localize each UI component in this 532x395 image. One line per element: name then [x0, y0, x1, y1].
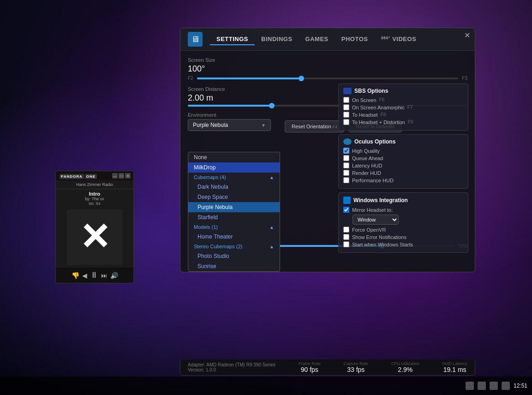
adapter-info: Adapter: AMD Radeon (TM) R9 390 Series V… — [188, 362, 275, 372]
hmd-value: 19.1 ms — [442, 366, 467, 373]
volume-btn[interactable]: 🔊 — [110, 272, 118, 279]
start-with-windows-checkbox[interactable] — [343, 241, 349, 247]
dd-purple-nebula[interactable]: Purple Nebula — [188, 202, 280, 212]
panel-body: Screen Size 100° F2 F3 Screen Distance 2… — [180, 51, 475, 272]
capture-rate-stat: Capture Rate 33 fps — [343, 361, 368, 373]
mirror-select[interactable]: Window — [353, 215, 399, 225]
frame-rate-stat: Frame Rate 90 fps — [299, 361, 321, 373]
sbs-anamorphic-checkbox[interactable] — [343, 104, 349, 110]
force-openvr: Force OpenVR — [343, 227, 463, 233]
pandora-track-title: Intro — [59, 191, 131, 197]
pandora-playback-controls: 👎 ◀ ⏸ ⏭ 🔊 — [56, 268, 133, 283]
hmd-latency-stat: HMD Latency 19.1 ms — [442, 361, 467, 373]
capture-rate-value: 33 fps — [343, 366, 368, 373]
cpu-value: 2.9% — [391, 366, 419, 373]
pandora-artwork: ✕ — [67, 209, 122, 265]
taskbar-icon-3[interactable] — [490, 382, 498, 390]
oculus-options-box: Oculus Options High Quality Queue Ahead … — [338, 134, 468, 189]
oculus-options-title: Oculus Options — [343, 138, 463, 145]
sbs-to-headset-distortion-checkbox[interactable] — [343, 119, 349, 125]
capture-rate-label: Capture Rate — [343, 361, 368, 366]
tab-photos[interactable]: PHOTOS — [335, 34, 375, 45]
windows-icon — [343, 197, 351, 204]
pandora-close-btn[interactable]: ✕ — [125, 173, 131, 179]
tab-settings[interactable]: SETTINGS — [210, 34, 255, 45]
models-arrow-icon: ▲ — [269, 225, 274, 230]
prev-btn[interactable]: ◀ — [82, 272, 87, 279]
screen-size-fill — [197, 78, 302, 79]
screen-distance-thumb — [269, 103, 275, 108]
start-with-windows: Start when Windows Starts — [343, 241, 463, 247]
pandora-minimize-btn[interactable]: — — [112, 173, 118, 179]
pandora-track-by: by: The xx — [59, 197, 131, 201]
environment-dropdown[interactable]: Purple Nebula ▼ — [188, 119, 271, 131]
oculus-queue-ahead-checkbox[interactable] — [343, 155, 349, 161]
screen-size-key-right: F3 — [462, 76, 467, 81]
tab-360-videos[interactable]: 360° VIDEOS — [374, 34, 423, 45]
oculus-queue-ahead: Queue Ahead — [343, 155, 463, 161]
close-button[interactable]: ✕ — [464, 32, 470, 39]
stereo-cubemaps-arrow-icon: ▲ — [269, 244, 274, 249]
taskbar-icon-2[interactable] — [478, 382, 486, 390]
cubemaps-arrow-icon: ▲ — [269, 175, 274, 180]
sbs-on-screen: On Screen F6 — [343, 97, 463, 103]
frame-rate-value: 90 fps — [299, 366, 321, 373]
panel-header: 🖥 SETTINGS BINDINGS GAMES PHOTOS 360° VI… — [180, 28, 475, 51]
dd-milkdrop[interactable]: MilkDrop — [188, 162, 280, 173]
sbs-to-headset-checkbox[interactable] — [343, 112, 349, 118]
dd-dark-nebula[interactable]: Dark Nebula — [188, 182, 280, 192]
dd-models[interactable]: Models (1) ▲ — [188, 222, 280, 232]
pandora-window-controls: — □ ✕ — [112, 173, 131, 179]
pandora-x-icon: ✕ — [79, 219, 110, 256]
screen-size-value: 100° — [188, 64, 467, 74]
taskbar-icon-4[interactable] — [502, 382, 510, 390]
environment-section: Environment Purple Nebula ▼ — [188, 112, 271, 131]
mirror-checkbox[interactable] — [343, 207, 349, 213]
dd-deep-space[interactable]: Deep Space — [188, 192, 280, 202]
environment-selected: Purple Nebula — [193, 122, 228, 128]
dd-stereo-cubemaps[interactable]: Stereo Cubemaps (2) ▲ — [188, 242, 280, 251]
panel-nav: SETTINGS BINDINGS GAMES PHOTOS 360° VIDE… — [210, 34, 467, 45]
sbs-to-headset: To Headset F8 — [343, 112, 463, 118]
play-pause-btn[interactable]: ⏸ — [90, 270, 98, 280]
pandora-maximize-btn[interactable]: □ — [119, 173, 124, 179]
taskbar: 12:51 — [0, 377, 532, 395]
version: Version: 1.0.0 — [188, 367, 275, 372]
oculus-render-hud-checkbox[interactable] — [343, 170, 349, 176]
tab-bindings[interactable]: BINDINGS — [255, 34, 299, 45]
thumbs-down-btn[interactable]: 👎 — [72, 272, 79, 279]
oculus-high-quality-checkbox[interactable] — [343, 148, 349, 154]
oculus-high-quality: High Quality — [343, 148, 463, 154]
adapter-name: Adapter: AMD Radeon (TM) R9 390 Series — [188, 362, 275, 367]
dd-sunrise[interactable]: Sunrise — [188, 261, 280, 271]
pandora-logo: PANDORAONE — [59, 174, 97, 179]
tab-games[interactable]: GAMES — [299, 34, 335, 45]
pandora-header: PANDORAONE — □ ✕ — [56, 171, 133, 180]
sbs-on-screen-checkbox[interactable] — [343, 97, 349, 103]
right-options: SBS Options On Screen F6 On Screen Anamo… — [332, 84, 475, 253]
sbs-anamorphic: On Screen Anamorphic F7 — [343, 104, 463, 110]
force-openvr-checkbox[interactable] — [343, 227, 349, 233]
taskbar-time: 12:51 — [514, 383, 527, 389]
oculus-performance-hud: Performance HUD — [343, 177, 463, 183]
next-btn[interactable]: ⏭ — [101, 272, 108, 279]
screen-size-slider[interactable] — [197, 78, 459, 79]
screen-size-slider-row: F2 F3 — [188, 76, 467, 81]
mirror-row: Mirror Headset to: — [343, 207, 463, 213]
oculus-performance-hud-checkbox[interactable] — [343, 177, 349, 183]
cpu-label: CPU Utilization — [391, 361, 419, 366]
dd-cubemaps[interactable]: Cubemaps (4) ▲ — [188, 173, 280, 182]
error-notifications-checkbox[interactable] — [343, 234, 349, 240]
status-bar: Adapter: AMD Radeon (TM) R9 390 Series V… — [180, 359, 475, 376]
dd-none[interactable]: None — [188, 152, 280, 162]
oculus-latency-hud-checkbox[interactable] — [343, 162, 349, 168]
dd-photo-studio[interactable]: Photo Studio — [188, 251, 280, 261]
cpu-utilization-stat: CPU Utilization 2.9% — [391, 361, 419, 373]
dd-home-theater[interactable]: Home Theater — [188, 232, 280, 242]
mirror-select-row: Window — [343, 215, 463, 225]
show-error-notifications: Show Error Notifications — [343, 234, 463, 240]
dd-starfield[interactable]: Starfield — [188, 212, 280, 222]
screen-distance-fill — [188, 105, 272, 107]
screen-size-row: Screen Size 100° F2 F3 — [188, 57, 467, 81]
taskbar-icon-1[interactable] — [466, 382, 474, 390]
